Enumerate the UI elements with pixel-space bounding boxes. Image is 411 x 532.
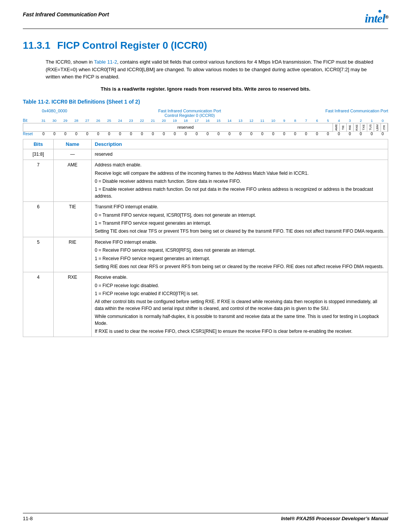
table-link[interactable]: Table 11-2: [94, 59, 117, 65]
desc-line: Receive enable.: [95, 274, 385, 281]
col-desc: Description: [92, 139, 388, 149]
bit-num: 6: [312, 118, 323, 123]
reg-bit-cell: TXE: [360, 123, 367, 131]
reset-val: 0: [126, 132, 137, 136]
reg-reserved-cell: reserved: [38, 123, 333, 131]
reg-bit-cell: ITR: [381, 123, 388, 131]
reset-val: 0: [93, 132, 104, 136]
reg-name-line1: Fast Infrared Communication Port: [67, 109, 312, 113]
reset-val: 0: [38, 132, 49, 136]
reset-val: 0: [268, 132, 279, 136]
bit-num: 19: [169, 118, 180, 123]
reset-val: 0: [290, 132, 301, 136]
bit-num: 24: [115, 118, 126, 123]
cell-bits: 4: [23, 272, 54, 337]
header-title: Fast Infrared Communication Port: [23, 11, 109, 18]
reset-val: 0: [49, 132, 60, 136]
desc-line: Setting TIE does not clear TFS or preven…: [95, 228, 385, 235]
reset-val: 0: [235, 132, 246, 136]
cell-bits: [31:8]: [23, 149, 54, 160]
reset-val: 0: [169, 132, 180, 136]
reg-addr: 0x4080_0000: [23, 109, 67, 113]
bold-note: This is a read/write register. Ignore re…: [23, 86, 388, 92]
reg-name-right: Fast Infrared Communication Port: [312, 109, 388, 113]
desc-line: Transmit FIFO interrupt enable.: [95, 204, 385, 210]
reset-val: 0: [213, 132, 224, 136]
cell-description: Address match enable.Receive logic will …: [92, 160, 388, 202]
desc-line: 1 = Receive FIFO service request generat…: [95, 256, 385, 262]
footer-page-number: 11-8: [23, 516, 33, 521]
desc-line: 0 = Receive FIFO service request, ICSR0[…: [95, 247, 385, 254]
bit-num: 11: [257, 118, 268, 123]
bit-num: 4: [333, 118, 344, 123]
bit-num: 0: [377, 118, 388, 123]
reg-bit-cells: AMETIERIERXETXETUSLBMITR: [333, 123, 388, 131]
reset-val: 0: [82, 132, 93, 136]
desc-line: 1 = Transmit FIFO service request genera…: [95, 220, 385, 227]
bit-num: 14: [224, 118, 235, 123]
paragraph-text-1: The ICCR0, shown in: [46, 59, 94, 65]
bit-num: 21: [148, 118, 159, 123]
reg-name-block: Fast Infrared Communication Port Control…: [67, 109, 312, 118]
reg-bit-cell: TUS: [367, 123, 374, 131]
desc-line: 1 = Enable receiver address match functi…: [95, 186, 385, 200]
cell-description: reserved: [92, 149, 388, 160]
desc-line: While communication is normally half-dup…: [95, 313, 385, 327]
bit-num: 16: [202, 118, 213, 123]
bit-num: 8: [290, 118, 301, 123]
desc-line: 1 = FICP receive logic enabled if ICCR0[…: [95, 291, 385, 297]
bit-num: 12: [246, 118, 257, 123]
col-bits: Bits: [23, 139, 54, 149]
desc-line: Address match enable.: [95, 162, 385, 168]
reset-val: 0: [279, 132, 290, 136]
bit-num: 23: [126, 118, 137, 123]
bit-num: 26: [93, 118, 104, 123]
reset-val: 0: [323, 132, 334, 136]
bit-num: 28: [71, 118, 82, 123]
reg-bit-cell: AME: [333, 123, 340, 131]
bit-num: 5: [323, 118, 334, 123]
table-row: 7AMEAddress match enable.Receive logic w…: [23, 160, 388, 202]
reset-val: 0: [180, 132, 191, 136]
reset-val: 0: [137, 132, 148, 136]
desc-line: 0 = Disable receiver address match funct…: [95, 178, 385, 185]
reg-cells-row: reserved AMETIERIERXETXETUSLBMITR: [23, 123, 388, 132]
intel-logo: intel®: [365, 11, 388, 26]
cell-bits: 6: [23, 202, 54, 237]
reg-bit-cell: TIE: [340, 123, 347, 131]
reset-val: 0: [377, 132, 388, 136]
desc-line: Receive FIFO interrupt enable.: [95, 239, 385, 246]
page: Fast Infrared Communication Port intel® …: [0, 0, 411, 532]
cell-name: —: [54, 149, 92, 160]
cell-name: RXE: [54, 272, 92, 337]
reset-val: 0: [148, 132, 159, 136]
reset-val: 0: [246, 132, 257, 136]
bit-num: 7: [301, 118, 312, 123]
reset-val: 0: [366, 132, 378, 136]
reset-val: 0: [312, 132, 323, 136]
table-heading: Table 11-2. ICCR0 Bit Definitions (Sheet…: [23, 99, 388, 105]
col-name: Name: [54, 139, 92, 149]
reset-val: 0: [158, 132, 169, 136]
reset-val: 0: [224, 132, 235, 136]
reg-bit-cell: LBM: [374, 123, 381, 131]
reset-val: 0: [71, 132, 82, 136]
reg-header: 0x4080_0000 Fast Infrared Communication …: [23, 109, 388, 118]
reset-val: 0: [257, 132, 268, 136]
bit-numbers-row: Bit 313029282726252423222120191817161514…: [23, 118, 388, 123]
table-row: 6TIETransmit FIFO interrupt enable.0 = T…: [23, 202, 388, 237]
reset-val: 0: [202, 132, 213, 136]
desc-line: If RXE is used to clear the receive FIFO…: [95, 328, 385, 335]
reset-val: 0: [333, 132, 344, 136]
bit-nums: 3130292827262524232221201918171615141312…: [38, 118, 388, 123]
bit-num: 25: [104, 118, 115, 123]
bit-num: 1: [366, 118, 378, 123]
reg-name-line2: Control Register 0 (ICCR0): [67, 113, 312, 118]
table-row: 5RIEReceive FIFO interrupt enable.0 = Re…: [23, 237, 388, 272]
bit-label: Bit: [23, 118, 38, 123]
reg-label-cell: [23, 123, 38, 131]
footer-title: Intel® PXA255 Processor Developer’s Manu…: [281, 516, 389, 521]
desc-line: Receive logic will compare the address o…: [95, 170, 385, 177]
main-table: Bits Name Description [31:8]—reserved7AM…: [23, 139, 388, 337]
bit-num: 18: [180, 118, 191, 123]
